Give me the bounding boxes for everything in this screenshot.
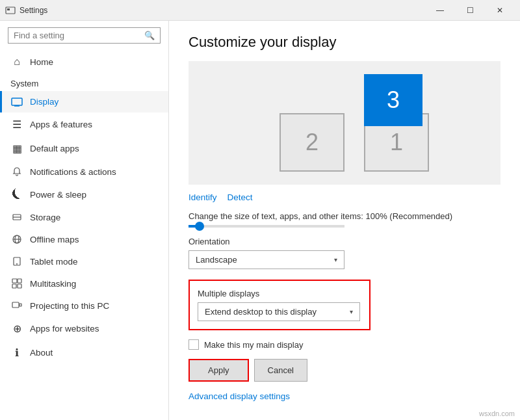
svg-rect-13 <box>18 279 21 283</box>
cancel-button[interactable]: Cancel <box>254 359 307 382</box>
page-title: Customize your display <box>188 34 500 51</box>
about-icon: ℹ <box>10 347 23 359</box>
sidebar-item-power[interactable]: ⏾ Power & sleep <box>0 183 168 206</box>
sidebar-item-label-about: About <box>30 348 53 358</box>
titlebar-icon <box>5 5 16 16</box>
sidebar-item-offline-maps[interactable]: Offline maps <box>0 228 168 250</box>
text-size-section: Change the size of text, apps, and other… <box>188 211 500 228</box>
svg-rect-14 <box>12 284 16 288</box>
sidebar-item-label-offline-maps: Offline maps <box>30 235 79 244</box>
apply-button[interactable]: Apply <box>188 359 249 382</box>
maximize-button[interactable]: ☐ <box>455 0 485 21</box>
sidebar-item-tablet[interactable]: Tablet mode <box>0 250 168 272</box>
projecting-icon <box>10 300 23 311</box>
svg-rect-15 <box>18 284 21 288</box>
app-body: 🔍 ⌂ Home System Display ☰ Apps & feature… <box>0 21 520 420</box>
orientation-section: Orientation Landscape ▾ <box>188 237 500 269</box>
multiple-displays-value: Extend desktop to this display <box>205 307 317 317</box>
orientation-value: Landscape <box>196 255 237 265</box>
search-input[interactable] <box>14 31 144 40</box>
multiple-displays-dropdown[interactable]: Extend desktop to this display ▾ <box>198 302 360 321</box>
sidebar-item-label-home: Home <box>30 57 53 67</box>
close-button[interactable]: ✕ <box>485 0 515 21</box>
storage-icon <box>10 212 23 222</box>
sidebar-item-label-tablet: Tablet mode <box>30 257 78 267</box>
sidebar-item-label-notifications: Notifications & actions <box>30 167 116 177</box>
multitasking-icon <box>10 278 23 289</box>
sidebar-item-label-storage: Storage <box>30 213 60 222</box>
search-box[interactable]: 🔍 <box>8 27 161 44</box>
sidebar-item-label-apps-websites: Apps for websites <box>30 324 99 334</box>
sidebar-item-label-multitasking: Multitasking <box>30 279 76 289</box>
tablet-icon <box>10 256 23 267</box>
sidebar-item-apps-features[interactable]: ☰ Apps & features <box>0 112 168 137</box>
orientation-label: Orientation <box>188 237 500 246</box>
sidebar-item-label-default-apps: Default apps <box>30 144 79 153</box>
slider-thumb[interactable] <box>195 222 204 231</box>
svg-point-11 <box>16 263 18 265</box>
detect-button[interactable]: Detect <box>228 192 253 202</box>
text-size-slider-track[interactable] <box>188 225 344 228</box>
notifications-icon <box>10 166 23 177</box>
offline-maps-icon <box>10 234 23 244</box>
main-display-checkbox[interactable] <box>188 339 199 350</box>
monitors-diagram: 2 1 3 <box>260 74 429 172</box>
sidebar-item-label-display: Display <box>30 97 58 107</box>
display-preview: 2 1 3 <box>188 61 500 185</box>
default-apps-icon: ▦ <box>10 142 23 155</box>
titlebar-controls: — ☐ ✕ <box>425 0 515 21</box>
titlebar-title: Settings <box>20 6 425 15</box>
svg-rect-17 <box>20 304 21 306</box>
sidebar-item-default-apps[interactable]: ▦ Default apps <box>0 137 168 161</box>
apps-features-icon: ☰ <box>10 118 23 131</box>
sidebar-item-label-apps-features: Apps & features <box>30 120 92 129</box>
orientation-arrow-icon: ▾ <box>334 256 337 263</box>
advanced-display-link[interactable]: Advanced display settings <box>188 391 290 401</box>
home-icon: ⌂ <box>10 56 23 68</box>
power-icon: ⏾ <box>10 189 23 200</box>
sidebar-item-label-power: Power & sleep <box>30 190 86 200</box>
svg-rect-16 <box>12 302 19 308</box>
svg-rect-2 <box>12 98 22 105</box>
multiple-displays-section: Multiple displays Extend desktop to this… <box>188 280 370 330</box>
sidebar-item-display[interactable]: Display <box>0 91 168 112</box>
sidebar-item-label-projecting: Projecting to this PC <box>30 301 109 311</box>
minimize-button[interactable]: — <box>425 0 455 21</box>
svg-rect-12 <box>12 279 17 283</box>
sidebar-item-notifications[interactable]: Notifications & actions <box>0 161 168 183</box>
sidebar-item-projecting[interactable]: Projecting to this PC <box>0 295 168 317</box>
svg-rect-1 <box>7 8 10 10</box>
sidebar-section-label: System <box>0 73 168 91</box>
sidebar-item-about[interactable]: ℹ About <box>0 341 168 365</box>
orientation-dropdown[interactable]: Landscape ▾ <box>188 250 344 269</box>
sidebar-item-home[interactable]: ⌂ Home <box>0 50 168 73</box>
action-buttons-row: Apply Cancel <box>188 359 500 382</box>
sidebar-item-multitasking[interactable]: Multitasking <box>0 272 168 295</box>
sidebar: 🔍 ⌂ Home System Display ☰ Apps & feature… <box>0 21 169 420</box>
monitor-3[interactable]: 3 <box>364 74 422 126</box>
display-icon <box>10 98 23 107</box>
identify-button[interactable]: Identify <box>188 192 217 202</box>
sidebar-item-storage[interactable]: Storage <box>0 206 168 228</box>
titlebar: Settings — ☐ ✕ <box>0 0 520 21</box>
apps-websites-icon: ⊕ <box>10 322 23 335</box>
multiple-displays-label: Multiple displays <box>198 289 361 298</box>
search-icon: 🔍 <box>144 31 155 40</box>
multiple-displays-arrow-icon: ▾ <box>350 308 353 315</box>
watermark: wsxdn.com <box>479 410 515 417</box>
main-content: Customize your display 2 1 3 Identify De… <box>169 21 520 420</box>
main-display-checkbox-row[interactable]: Make this my main display <box>188 339 500 350</box>
sidebar-item-apps-websites[interactable]: ⊕ Apps for websites <box>0 317 168 341</box>
display-links-row: Identify Detect <box>188 192 500 202</box>
monitor-2[interactable]: 2 <box>280 113 344 172</box>
main-display-checkbox-label: Make this my main display <box>204 340 303 350</box>
text-size-label: Change the size of text, apps, and other… <box>188 211 500 221</box>
